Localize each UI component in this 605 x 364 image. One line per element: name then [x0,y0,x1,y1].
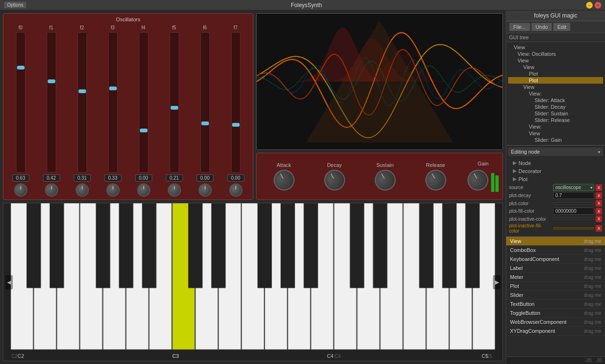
component-item-label[interactable]: Label drag me [506,264,605,273]
prop-x-plot-color[interactable]: X [596,200,602,207]
component-name-webbrowser: WebBrowserComponent [510,319,567,325]
prop-value-plot-inactive-color [553,218,594,220]
prop-x-source[interactable]: X [596,184,602,191]
arrow-icon: ▶ [513,160,517,166]
fader-track-f1[interactable] [47,32,56,173]
knob-f7[interactable] [229,183,242,197]
component-item-meter[interactable]: Meter drag me [506,273,605,282]
gui-tree-label: GUI tree [506,33,605,42]
dropdown-arrow-icon: ▾ [590,185,593,190]
tree-item-view2[interactable]: View [508,57,603,64]
tree-item-slider-attack[interactable]: Slider: Attack [508,97,603,104]
app-title: FoleysSynth [26,2,586,9]
tree-item-slider-sustain[interactable]: Slider: Sustain [508,110,603,117]
knob-f2[interactable] [76,183,89,197]
component-item-textbutton[interactable]: TextButton drag me [506,300,605,309]
plot-label: Plot [519,176,527,182]
tree-item-view-oscillators[interactable]: View: Oscillators [508,51,603,57]
knob-f1[interactable] [45,183,58,197]
component-item-combobox[interactable]: ComboBox drag me [506,246,605,255]
undo-button[interactable]: Undo [531,23,552,31]
tree-item-plot2[interactable]: Plot [508,77,603,84]
component-item-plot[interactable]: Plot drag me [506,282,605,291]
piano-canvas[interactable] [3,203,502,361]
prop-label-plot-color: plot-color [509,201,552,206]
attack-knob[interactable] [269,166,298,194]
tree-item-slider-decay[interactable]: Slider: Decay [508,104,603,110]
sustain-knob[interactable] [371,166,399,194]
keyboard-right-arrow[interactable]: ▶ [493,275,501,289]
knob-f4[interactable] [137,183,150,197]
prop-x-plot-fill-color[interactable]: X [596,208,602,215]
editing-node-header[interactable]: Editing node ▾ [508,147,603,156]
options-button[interactable]: Options [4,1,26,9]
arrow-icon-3: ▶ [513,176,517,182]
fader-thumb-f5 [171,106,178,110]
tree-item-view6[interactable]: View: [508,123,603,130]
close-button[interactable]: × [595,2,601,9]
fader-thumb-f3 [109,87,117,90]
prop-x-plot-decay[interactable]: X [596,192,602,199]
editing-node-section: Editing node ▾ ▶ Node ▶ Decorator ▶ Plot [506,145,605,236]
decay-knob[interactable] [320,166,348,194]
minimize-button[interactable]: – [586,2,593,9]
drag-label-togglebutton: drag me [584,311,601,316]
edit-button[interactable]: Edit [553,23,570,31]
fader-track-f2[interactable] [78,32,87,173]
tree-item-view3[interactable]: View [508,64,603,70]
component-name-view: View [510,238,521,244]
tree-item-slider-release[interactable]: Slider: Release [508,117,603,123]
fader-value-f6: 0.00 [197,174,214,182]
component-item-view[interactable]: View drag me [506,237,605,246]
component-item-keyboard[interactable]: KeyboardComponent drag me [506,255,605,264]
component-name-textbutton: TextButton [510,301,535,307]
knob-f0[interactable] [14,183,27,197]
component-name-keyboard: KeyboardComponent [510,256,559,262]
knob-f3[interactable] [106,183,120,197]
fader-value-f3: 0.33 [104,174,121,182]
gain-bar-right [495,175,499,192]
fader-track-f4[interactable] [139,32,148,173]
fader-track-f3[interactable] [108,32,118,173]
fader-track-f6[interactable] [200,32,210,173]
prop-row-plot-decay: plot-decay 0.7 X [508,192,603,199]
scroll-value-2: -30 [596,358,602,363]
oscillator-channel-f7: f7 0.00 [221,25,250,197]
release-knob[interactable] [421,166,449,194]
main-layout: Oscillators f0 0.63 f1 [0,10,605,364]
fader-track-f0[interactable] [16,32,26,173]
scroll-values: -20 -30 [506,356,605,364]
component-item-slider[interactable]: Slider drag me [506,291,605,300]
drag-label-textbutton: drag me [584,302,601,307]
knob-f5[interactable] [168,183,181,197]
knob-f6[interactable] [199,183,212,197]
prop-row-plot-color: plot-color X [508,200,603,207]
node-item-node[interactable]: ▶ Node [511,159,600,167]
drag-label-label: drag me [584,266,601,271]
prop-x-plot-inactive-fill-color[interactable]: X [596,225,602,232]
keyboard-left-arrow[interactable]: ◀ [5,275,13,289]
fader-thumb-f0 [17,66,25,69]
node-item-decorator[interactable]: ▶ Decorator [511,167,600,175]
gain-label: Gain [477,161,488,166]
component-item-xydrag[interactable]: XYDragComponent drag me [506,327,605,336]
tree-item-view1[interactable]: View [508,44,603,51]
component-item-webbrowser[interactable]: WebBrowserComponent drag me [506,318,605,327]
tree-item-view5[interactable]: View: [508,90,603,97]
tree-item-plot1[interactable]: Plot [508,70,603,77]
fader-thumb-f1 [48,79,55,83]
component-item-togglebutton[interactable]: ToggleButton drag me [506,309,605,318]
tree-item-slider-gain[interactable]: Slider: Gain [508,137,603,143]
editing-node-title: Editing node [511,149,540,155]
gain-knob[interactable] [464,166,492,194]
tree-item-view7[interactable]: View [508,130,603,137]
fader-track-f5[interactable] [170,32,179,173]
osc-label-f2: f2 [80,25,84,30]
drag-label-keyboard: drag me [584,257,601,262]
tree-item-view4[interactable]: View [508,84,603,90]
prop-x-plot-inactive-color[interactable]: X [596,216,602,222]
fader-track-f7[interactable] [231,32,241,173]
prop-row-plot-fill-color: plot-fill-color 00000000 X [508,208,603,215]
file-button[interactable]: File... [509,23,530,31]
node-item-plot[interactable]: ▶ Plot [511,175,600,183]
